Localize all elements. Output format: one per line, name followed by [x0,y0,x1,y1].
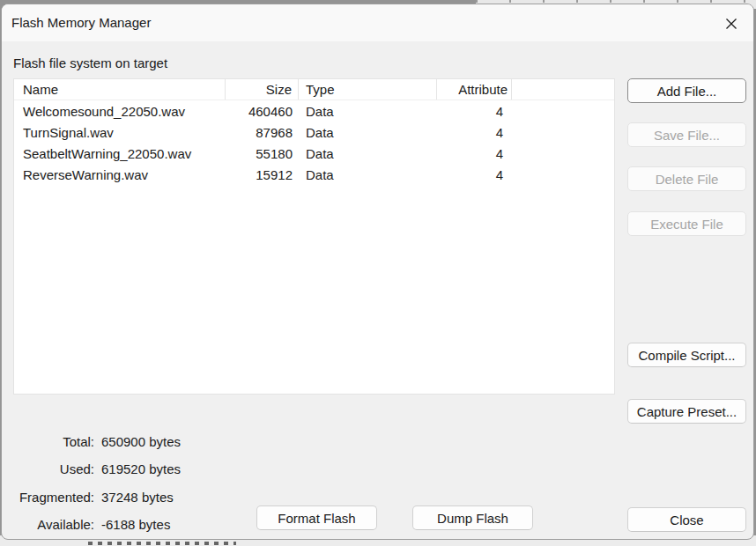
file-size: 15912 [226,164,299,185]
stat-value: -6188 bytes [101,517,170,535]
stat-used: Used: 619520 bytes [2,461,181,479]
file-attribute: 4 [437,143,512,164]
close-button[interactable]: Close [627,507,746,532]
table-header: Name Size Type Attribute [14,79,614,100]
file-type: Data [299,164,437,185]
stat-value: 650900 bytes [101,434,181,452]
dump-flash-button[interactable]: Dump Flash [412,505,533,530]
stat-label: Fragmented: [2,490,94,507]
file-list[interactable]: Name Size Type Attribute Welcomesound_22… [13,78,615,395]
delete-file-button: Delete File [627,166,746,191]
column-header-size[interactable]: Size [226,79,299,100]
save-file-button: Save File... [627,122,746,147]
file-size: 460460 [226,100,299,122]
close-icon[interactable] [722,14,741,33]
format-flash-button[interactable]: Format Flash [256,505,377,530]
capture-preset-button[interactable]: Capture Preset... [627,399,746,424]
flash-memory-manager-dialog: Flash Memory Manager Flash file system o… [1,4,754,540]
file-name: Welcomesound_22050.wav [14,100,226,122]
file-size: 87968 [226,122,299,143]
stat-value: 619520 bytes [101,461,181,479]
stat-label: Total: [2,434,94,452]
table-row[interactable]: Welcomesound_22050.wav 460460 Data 4 [14,100,614,122]
table-row[interactable]: TurnSignal.wav 87968 Data 4 [14,122,614,143]
stat-available: Available: -6188 bytes [2,517,170,535]
file-name: TurnSignal.wav [14,122,226,143]
execute-file-button: Execute File [627,211,746,236]
column-header-name[interactable]: Name [14,79,226,100]
file-attribute: 4 [437,100,512,122]
stat-label: Available: [2,517,94,535]
background-window-text-sliver [88,542,236,545]
background-ruler-ticks [476,0,756,3]
file-size: 55180 [226,143,299,164]
column-header-filler [512,79,614,100]
file-attribute: 4 [437,122,512,143]
titlebar: Flash Memory Manager [2,4,753,41]
column-header-type[interactable]: Type [299,79,437,100]
stat-total: Total: 650900 bytes [2,434,181,452]
file-type: Data [299,100,437,122]
column-header-attribute[interactable]: Attribute [437,79,512,100]
section-label: Flash file system on target [13,55,167,70]
file-type: Data [299,122,437,143]
file-attribute: 4 [437,164,512,185]
window-title: Flash Memory Manager [11,15,151,30]
stat-fragmented: Fragmented: 37248 bytes [2,490,174,507]
stat-label: Used: [2,461,94,479]
stat-value: 37248 bytes [101,490,174,507]
file-type: Data [299,143,437,164]
add-file-button[interactable]: Add File... [627,78,746,103]
table-row[interactable]: ReverseWarning.wav 15912 Data 4 [14,164,614,185]
file-name: ReverseWarning.wav [14,164,226,185]
table-row[interactable]: SeatbeltWarning_22050.wav 55180 Data 4 [14,143,614,164]
file-name: SeatbeltWarning_22050.wav [14,143,226,164]
compile-script-button[interactable]: Compile Script... [627,343,746,367]
